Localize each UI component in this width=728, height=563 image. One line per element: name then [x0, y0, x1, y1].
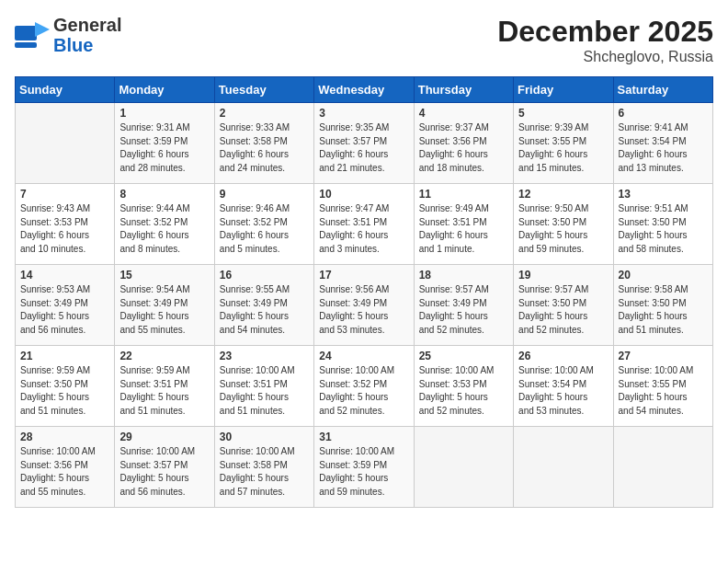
- calendar-cell: 11Sunrise: 9:49 AM Sunset: 3:51 PM Dayli…: [414, 184, 513, 265]
- logo-general: General: [53, 15, 121, 35]
- day-number: 27: [619, 350, 708, 362]
- calendar-cell: [16, 103, 115, 184]
- day-number: 22: [119, 350, 209, 362]
- calendar-cell: 19Sunrise: 9:57 AM Sunset: 3:50 PM Dayli…: [514, 265, 613, 346]
- day-number: 20: [619, 269, 708, 282]
- calendar-cell: 9Sunrise: 9:46 AM Sunset: 3:52 PM Daylig…: [214, 184, 313, 265]
- week-row-1: 1Sunrise: 9:31 AM Sunset: 3:59 PM Daylig…: [16, 103, 713, 184]
- day-number: 29: [119, 431, 209, 443]
- day-number: 12: [518, 188, 608, 201]
- day-info: Sunrise: 9:59 AM Sunset: 3:50 PM Dayligh…: [20, 364, 109, 418]
- header-sunday: Sunday: [16, 77, 115, 103]
- day-number: 30: [220, 431, 309, 443]
- day-info: Sunrise: 9:53 AM Sunset: 3:49 PM Dayligh…: [20, 283, 109, 337]
- week-row-4: 21Sunrise: 9:59 AM Sunset: 3:50 PM Dayli…: [16, 346, 713, 427]
- day-number: 19: [518, 269, 608, 282]
- day-number: 23: [220, 350, 309, 362]
- svg-marker-1: [35, 22, 50, 37]
- day-number: 17: [319, 269, 408, 282]
- header-tuesday: Tuesday: [214, 77, 313, 103]
- day-info: Sunrise: 9:50 AM Sunset: 3:50 PM Dayligh…: [518, 202, 608, 256]
- calendar-cell: 26Sunrise: 10:00 AM Sunset: 3:54 PM Dayl…: [514, 346, 613, 427]
- calendar-cell: 21Sunrise: 9:59 AM Sunset: 3:50 PM Dayli…: [16, 346, 115, 427]
- calendar-cell: 10Sunrise: 9:47 AM Sunset: 3:51 PM Dayli…: [314, 184, 414, 265]
- day-info: Sunrise: 10:00 AM Sunset: 3:51 PM Daylig…: [220, 364, 309, 418]
- calendar-cell: 2Sunrise: 9:33 AM Sunset: 3:58 PM Daylig…: [214, 103, 313, 184]
- day-number: 6: [619, 107, 708, 120]
- calendar-cell: 28Sunrise: 10:00 AM Sunset: 3:56 PM Dayl…: [16, 427, 115, 508]
- day-info: Sunrise: 9:35 AM Sunset: 3:57 PM Dayligh…: [319, 121, 408, 175]
- day-number: 11: [419, 188, 508, 201]
- day-info: Sunrise: 9:59 AM Sunset: 3:51 PM Dayligh…: [119, 364, 209, 418]
- calendar-cell: 30Sunrise: 10:00 AM Sunset: 3:58 PM Dayl…: [214, 427, 313, 508]
- day-info: Sunrise: 9:56 AM Sunset: 3:49 PM Dayligh…: [319, 283, 408, 337]
- day-info: Sunrise: 9:49 AM Sunset: 3:51 PM Dayligh…: [419, 202, 508, 256]
- svg-rect-2: [15, 42, 37, 48]
- calendar-header: SundayMondayTuesdayWednesdayThursdayFrid…: [16, 77, 713, 103]
- day-number: 13: [619, 188, 708, 201]
- header-monday: Monday: [115, 77, 214, 103]
- day-number: 10: [319, 188, 408, 201]
- calendar-cell: 29Sunrise: 10:00 AM Sunset: 3:57 PM Dayl…: [115, 427, 214, 508]
- day-number: 4: [419, 107, 508, 120]
- day-number: 3: [319, 107, 408, 120]
- header-wednesday: Wednesday: [314, 77, 414, 103]
- calendar-cell: [414, 427, 513, 508]
- calendar-cell: 1Sunrise: 9:31 AM Sunset: 3:59 PM Daylig…: [115, 103, 214, 184]
- calendar-cell: 25Sunrise: 10:00 AM Sunset: 3:53 PM Dayl…: [414, 346, 513, 427]
- day-number: 15: [119, 269, 209, 282]
- calendar-cell: [514, 427, 613, 508]
- logo-icon: [15, 22, 50, 48]
- calendar-cell: 7Sunrise: 9:43 AM Sunset: 3:53 PM Daylig…: [16, 184, 115, 265]
- day-info: Sunrise: 9:33 AM Sunset: 3:58 PM Dayligh…: [220, 121, 309, 175]
- day-info: Sunrise: 10:00 AM Sunset: 3:59 PM Daylig…: [319, 445, 408, 499]
- day-number: 2: [220, 107, 309, 120]
- calendar-body: 1Sunrise: 9:31 AM Sunset: 3:59 PM Daylig…: [16, 103, 713, 508]
- day-info: Sunrise: 9:55 AM Sunset: 3:49 PM Dayligh…: [220, 283, 309, 337]
- calendar-cell: 23Sunrise: 10:00 AM Sunset: 3:51 PM Dayl…: [214, 346, 313, 427]
- day-number: 21: [20, 350, 109, 362]
- day-number: 26: [518, 350, 608, 362]
- day-info: Sunrise: 9:41 AM Sunset: 3:54 PM Dayligh…: [619, 121, 708, 175]
- header-saturday: Saturday: [613, 77, 712, 103]
- day-number: 14: [20, 269, 109, 282]
- calendar-cell: 20Sunrise: 9:58 AM Sunset: 3:50 PM Dayli…: [613, 265, 712, 346]
- day-info: Sunrise: 9:54 AM Sunset: 3:49 PM Dayligh…: [119, 283, 209, 337]
- calendar-cell: 13Sunrise: 9:51 AM Sunset: 3:50 PM Dayli…: [613, 184, 712, 265]
- week-row-5: 28Sunrise: 10:00 AM Sunset: 3:56 PM Dayl…: [16, 427, 713, 508]
- day-info: Sunrise: 9:46 AM Sunset: 3:52 PM Dayligh…: [220, 202, 309, 256]
- calendar-table: SundayMondayTuesdayWednesdayThursdayFrid…: [15, 76, 713, 508]
- day-info: Sunrise: 9:39 AM Sunset: 3:55 PM Dayligh…: [518, 121, 608, 175]
- calendar-cell: 12Sunrise: 9:50 AM Sunset: 3:50 PM Dayli…: [514, 184, 613, 265]
- week-row-2: 7Sunrise: 9:43 AM Sunset: 3:53 PM Daylig…: [16, 184, 713, 265]
- day-info: Sunrise: 9:57 AM Sunset: 3:49 PM Dayligh…: [419, 283, 508, 337]
- svg-rect-0: [15, 26, 37, 40]
- logo-blue: Blue: [53, 35, 121, 55]
- page-header: General Blue December 2025 Shcheglovo, R…: [15, 15, 713, 65]
- calendar-cell: 31Sunrise: 10:00 AM Sunset: 3:59 PM Dayl…: [314, 427, 414, 508]
- day-info: Sunrise: 9:43 AM Sunset: 3:53 PM Dayligh…: [20, 202, 109, 256]
- logo: General Blue: [15, 15, 121, 55]
- week-row-3: 14Sunrise: 9:53 AM Sunset: 3:49 PM Dayli…: [16, 265, 713, 346]
- calendar-cell: 22Sunrise: 9:59 AM Sunset: 3:51 PM Dayli…: [115, 346, 214, 427]
- calendar-cell: [613, 427, 712, 508]
- day-number: 18: [419, 269, 508, 282]
- day-info: Sunrise: 10:00 AM Sunset: 3:54 PM Daylig…: [518, 364, 608, 418]
- day-info: Sunrise: 9:58 AM Sunset: 3:50 PM Dayligh…: [619, 283, 708, 337]
- calendar-cell: 27Sunrise: 10:00 AM Sunset: 3:55 PM Dayl…: [613, 346, 712, 427]
- month-title: December 2025: [497, 15, 713, 49]
- calendar-cell: 16Sunrise: 9:55 AM Sunset: 3:49 PM Dayli…: [214, 265, 313, 346]
- calendar-cell: 24Sunrise: 10:00 AM Sunset: 3:52 PM Dayl…: [314, 346, 414, 427]
- day-number: 5: [518, 107, 608, 120]
- day-info: Sunrise: 9:47 AM Sunset: 3:51 PM Dayligh…: [319, 202, 408, 256]
- day-info: Sunrise: 9:57 AM Sunset: 3:50 PM Dayligh…: [518, 283, 608, 337]
- day-number: 25: [419, 350, 508, 362]
- day-number: 7: [20, 188, 109, 201]
- day-info: Sunrise: 9:44 AM Sunset: 3:52 PM Dayligh…: [119, 202, 209, 256]
- location: Shcheglovo, Russia: [497, 49, 713, 65]
- day-info: Sunrise: 10:00 AM Sunset: 3:56 PM Daylig…: [20, 445, 109, 499]
- day-number: 24: [319, 350, 408, 362]
- day-number: 9: [220, 188, 309, 201]
- day-info: Sunrise: 10:00 AM Sunset: 3:55 PM Daylig…: [619, 364, 708, 418]
- header-friday: Friday: [514, 77, 613, 103]
